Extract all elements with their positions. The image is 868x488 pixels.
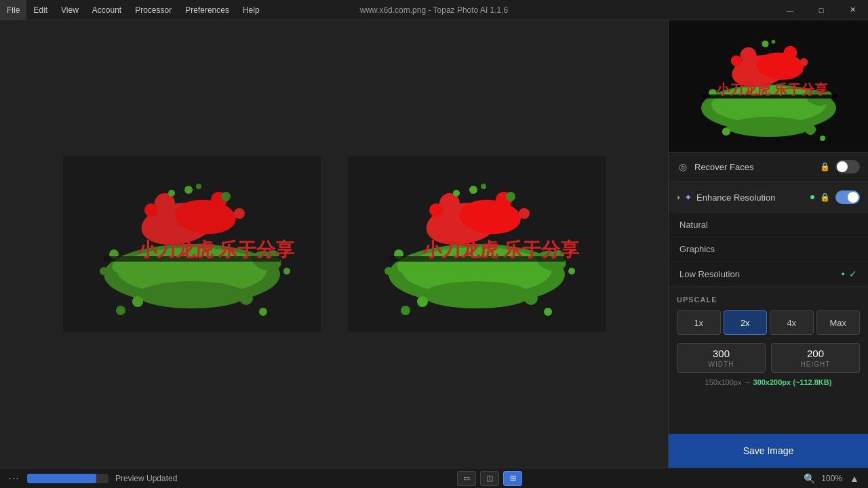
svg-text:小刀龙虎 乐于分享: 小刀龙虎 乐于分享 — [715, 82, 829, 97]
view-split-button[interactable]: ◫ — [480, 471, 499, 486]
enhance-lock-icon: 🔒 — [820, 192, 830, 202]
panel-content: ◎ Recover Faces 🔒 ▾ ✦ — [669, 152, 868, 434]
menu-preferences[interactable]: Preferences — [178, 0, 236, 20]
zoom-up-button[interactable]: ▲ — [848, 472, 861, 485]
recover-faces-section: ◎ Recover Faces 🔒 — [669, 152, 868, 182]
enhance-resolution-title: Enhance Resolution — [696, 192, 775, 203]
svg-point-72 — [820, 136, 825, 141]
enhance-resolution-header: ▾ ✦ Enhance Resolution 🔒 — [669, 182, 868, 213]
enhance-chevron-icon[interactable]: ▾ — [677, 194, 680, 201]
menu-file[interactable]: File — [0, 0, 26, 20]
dimensions-row: 300 WIDTH 200 HEIGHT — [677, 343, 860, 373]
model-options: Natural Graphics Low Resolution ● ✓ — [669, 213, 868, 287]
close-button[interactable]: ✕ — [837, 0, 868, 20]
enhance-resolution-section: ▾ ✦ Enhance Resolution 🔒 — [669, 182, 868, 287]
dots-menu-button[interactable]: ⋯ — [7, 472, 20, 485]
model-check-icon: ✓ — [849, 268, 857, 279]
enhance-sparkle-icon: ✦ — [684, 192, 692, 203]
svg-point-18 — [221, 192, 231, 201]
svg-point-25 — [116, 306, 125, 315]
progress-bar-fill — [27, 474, 96, 483]
recover-faces-icon: ◎ — [677, 161, 689, 173]
svg-point-34 — [384, 267, 393, 275]
svg-point-17 — [168, 190, 175, 197]
titlebar: File Edit View Account Processor Prefere… — [0, 0, 868, 20]
svg-point-48 — [417, 296, 428, 307]
status-right: 🔍 100% ▲ — [802, 472, 861, 485]
progress-bar — [27, 474, 108, 483]
svg-point-61 — [741, 47, 757, 64]
model-natural-label: Natural — [679, 220, 708, 230]
svg-point-8 — [100, 267, 108, 275]
original-image: 小刀龙虎 乐于分享 — [56, 149, 328, 339]
svg-point-42 — [481, 184, 486, 189]
thumbnail-area: 小刀龙虎 乐于分享 — [669, 20, 868, 152]
upscale-1x-button[interactable]: 1x — [677, 310, 721, 335]
recover-faces-header: ◎ Recover Faces 🔒 — [669, 152, 868, 181]
height-box: 200 HEIGHT — [771, 343, 860, 373]
svg-point-65 — [762, 41, 769, 47]
svg-point-63 — [800, 58, 808, 66]
size-info: 150x100px → 300x200px (~112.8KB) — [677, 378, 860, 386]
svg-point-7 — [283, 268, 290, 274]
enhance-header-right: 🔒 — [810, 190, 860, 204]
window-controls: — □ ✕ — [774, 0, 868, 20]
status-left: ⋯ Preview Updated — [7, 472, 177, 485]
enhance-resolution-toggle[interactable] — [835, 190, 860, 204]
upscale-section: UPSCALE 1x 2x 4x Max 300 WIDTH 200 HEIGH… — [669, 287, 868, 394]
svg-point-62 — [783, 46, 797, 60]
right-panel: 小刀龙虎 乐于分享 ◎ Recover Faces 🔒 — [668, 20, 868, 468]
minimize-button[interactable]: — — [774, 0, 806, 20]
model-graphics-label: Graphics — [679, 244, 715, 254]
zoom-icon: 🔍 — [802, 472, 816, 485]
svg-point-69 — [727, 117, 810, 137]
window-title: www.x6d.com.png - Topaz Photo AI 1.1.6 — [360, 5, 509, 15]
svg-point-49 — [524, 291, 538, 305]
svg-text:小刀龙虎  乐于分享: 小刀龙虎 乐于分享 — [422, 239, 580, 260]
menu-processor[interactable]: Processor — [128, 0, 178, 20]
model-natural[interactable]: Natural — [669, 213, 868, 237]
svg-point-23 — [239, 291, 253, 305]
recover-faces-lock-icon: 🔒 — [820, 162, 830, 171]
svg-point-40 — [429, 203, 443, 217]
recover-faces-toggle[interactable] — [835, 160, 860, 174]
svg-point-71 — [805, 124, 816, 135]
svg-point-16 — [196, 184, 201, 189]
menu-account[interactable]: Account — [85, 0, 128, 20]
svg-point-21 — [138, 281, 246, 308]
upscale-label: UPSCALE — [677, 296, 860, 304]
upscale-2x-button[interactable]: 2x — [724, 310, 768, 335]
upscale-4x-button[interactable]: 4x — [770, 310, 814, 335]
width-label: WIDTH — [683, 361, 760, 368]
main-layout: 小刀龙虎 乐于分享 — [0, 20, 868, 468]
recover-faces-header-right: 🔒 — [820, 160, 860, 174]
enhance-toggle-knob — [848, 192, 859, 203]
svg-text:小刀龙虎  乐于分享: 小刀龙虎 乐于分享 — [137, 239, 295, 260]
height-label: HEIGHT — [777, 361, 854, 368]
upscale-buttons: 1x 2x 4x Max — [677, 310, 860, 335]
view-side-by-side-button[interactable]: ⊞ — [503, 471, 522, 486]
recover-faces-toggle-knob — [837, 161, 848, 172]
menu-edit[interactable]: Edit — [26, 0, 54, 20]
model-graphics[interactable]: Graphics — [669, 237, 868, 262]
enhanced-image: 小刀龙虎 乐于分享 — [341, 149, 612, 339]
menu-help[interactable]: Help — [236, 0, 267, 20]
svg-point-22 — [132, 296, 143, 307]
view-single-button[interactable]: ▭ — [457, 471, 476, 486]
svg-point-44 — [506, 192, 515, 201]
save-image-button[interactable]: Save Image — [669, 434, 868, 468]
model-low-resolution[interactable]: Low Resolution ● ✓ — [669, 262, 868, 287]
statusbar: ⋯ Preview Updated ▭ ◫ ⊞ 🔍 100% ▲ — [0, 468, 868, 488]
svg-point-15 — [184, 186, 193, 194]
upscale-max-button[interactable]: Max — [816, 310, 861, 335]
svg-point-50 — [544, 308, 552, 316]
height-value: 200 — [777, 348, 854, 359]
menu-bar: File Edit View Account Processor Prefere… — [0, 0, 267, 20]
maximize-button[interactable]: □ — [806, 0, 837, 20]
width-box: 300 WIDTH — [677, 343, 766, 373]
menu-view[interactable]: View — [54, 0, 85, 20]
recover-faces-header-left: ◎ Recover Faces — [677, 161, 753, 173]
svg-point-51 — [401, 306, 410, 315]
svg-point-70 — [722, 127, 730, 136]
enhance-active-dot — [810, 195, 814, 199]
